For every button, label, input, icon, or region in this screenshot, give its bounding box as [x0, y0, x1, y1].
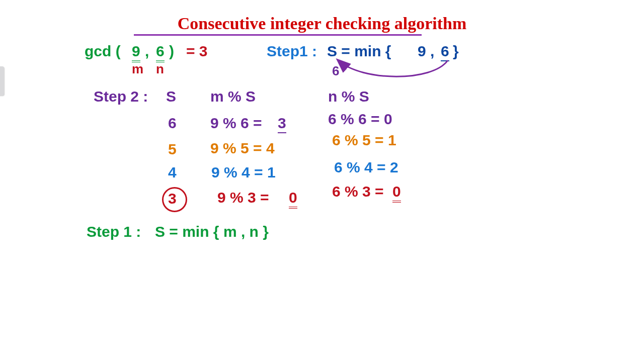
r4-ns-a: 6 % 3 = [332, 183, 384, 200]
r3-ms: 9 % 4 = 1 [211, 164, 276, 181]
r2-s: 5 [168, 141, 177, 158]
step2-label: Step 2 : [94, 88, 148, 105]
gcd-close: ) [169, 43, 174, 60]
r2-ms: 9 % 5 = 4 [210, 140, 275, 157]
r4-ms-a: 9 % 3 = [217, 189, 269, 206]
r3-ns: 6 % 4 = 2 [334, 159, 398, 176]
r3-s: 4 [168, 164, 177, 181]
r4-ms-b: 0 [289, 189, 297, 209]
step1-top-label: Step1 : [267, 43, 317, 60]
r4-s-circle [162, 187, 187, 212]
r1-ns: 6 % 6 = 0 [328, 111, 392, 128]
gcd-m: 9 [132, 43, 140, 62]
r1-ms-a: 9 % 6 = [210, 115, 262, 132]
gcd-result: = 3 [186, 43, 208, 60]
step1-bottom-label: Step 1 : [87, 223, 141, 240]
page-title: Consecutive integer checking algorithm [0, 14, 644, 33]
gcd-n: 6 [156, 43, 165, 62]
r1-s: 6 [168, 115, 177, 132]
step2-head-s: S [166, 88, 176, 105]
r1-ms-b: 3 [278, 115, 286, 133]
assign-arrow [327, 54, 458, 84]
label-n: n [156, 61, 164, 77]
gcd-comma: , [145, 43, 149, 60]
r2-ns: 6 % 5 = 1 [332, 132, 396, 149]
whiteboard: Consecutive integer checking algorithm g… [0, 0, 644, 362]
title-underline [134, 34, 422, 36]
step1-bottom-expr: S = min { m , n } [155, 223, 269, 240]
gcd-func: gcd ( [85, 43, 121, 60]
step2-head-ms: m % S [210, 88, 256, 105]
r4-ns-b: 0 [392, 183, 401, 203]
label-m: m [132, 61, 143, 77]
side-handle [0, 66, 4, 96]
step2-head-ns: n % S [328, 88, 369, 105]
